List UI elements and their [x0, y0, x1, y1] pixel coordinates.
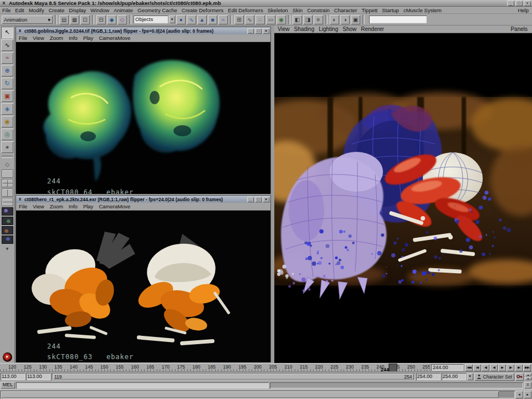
viewport-menu-lighting[interactable]: Lighting — [316, 26, 340, 32]
layout-persp-outliner-button[interactable] — [2, 207, 13, 216]
construction-history-icon[interactable]: ≡ — [314, 15, 323, 24]
menu-geometry-cache[interactable]: Geometry Cache — [135, 7, 180, 13]
animation-start-field[interactable]: 113.00 — [1, 373, 25, 380]
current-frame-marker[interactable]: 244 — [388, 364, 397, 371]
play-backward-button[interactable]: ◀ — [490, 364, 498, 371]
move-tool[interactable]: ⊕ — [1, 65, 13, 76]
flipper1-minimize-button[interactable]: _ — [247, 28, 254, 34]
perspective-viewport[interactable] — [274, 33, 532, 363]
render-settings-icon[interactable]: ▣ — [351, 15, 360, 24]
flipper1-title-bar[interactable]: X ct080.goblinsJiggle.2.0244.tif (RGB,1:… — [16, 27, 270, 34]
menu-startup[interactable]: Startup — [380, 7, 401, 13]
playback-end-field[interactable]: 254.00 — [416, 373, 441, 380]
layout-two-stacked-button[interactable] — [2, 198, 13, 206]
toolbox-more-button[interactable]: ▾ — [2, 245, 13, 253]
select-misc-mask-icon[interactable]: ○ — [218, 15, 228, 24]
maximize-button[interactable]: □ — [515, 1, 523, 6]
snap-to-point-icon[interactable]: ∴ — [255, 15, 265, 24]
layout-hypershade-button[interactable] — [2, 226, 13, 234]
menu-modify[interactable]: Modify — [27, 7, 47, 13]
scrollbar-track[interactable] — [1, 391, 515, 398]
scrollbar-thumb[interactable] — [1, 391, 499, 398]
select-by-component-type-icon[interactable]: ◇ — [117, 15, 127, 24]
flipper1-menu-play[interactable]: Play — [80, 35, 96, 41]
close-button[interactable]: × — [524, 1, 531, 6]
menu-character[interactable]: Character — [332, 7, 360, 13]
viewport-menu-renderer[interactable]: Renderer — [359, 26, 386, 32]
flipper1-menu-zoom[interactable]: Zoom — [47, 35, 66, 41]
universal-manipulator-tool[interactable]: ◈ — [1, 103, 13, 115]
time-slider[interactable]: 244 120125130135140145150155160165170175… — [0, 364, 430, 371]
snap-to-grid-icon[interactable]: ⊞ — [234, 15, 244, 24]
flipper1-image-canvas[interactable]: 244 skCT080_64 ebaker — [16, 42, 270, 194]
ipr-render-icon[interactable]: ◑ — [340, 15, 350, 24]
selection-mask-dropdown[interactable]: Objects — [134, 16, 168, 23]
new-scene-icon[interactable]: ▤ — [59, 15, 69, 24]
step-forward-frame-button[interactable]: |▶ — [507, 364, 514, 371]
open-scene-icon[interactable]: ▦ — [70, 15, 79, 24]
current-time-field[interactable]: 244.00 — [431, 364, 463, 371]
show-manipulator-tool[interactable]: ◎ — [1, 129, 13, 140]
flipper2-menu-play[interactable]: Play — [80, 203, 96, 209]
step-back-frame-button[interactable]: ◀| — [482, 364, 489, 371]
range-end-arrow-icon[interactable]: ▾ — [467, 373, 473, 380]
flipper2-menu-file[interactable]: File — [16, 203, 30, 209]
render-frame-icon[interactable]: ◐ — [330, 15, 339, 24]
soft-modification-tool[interactable]: ◉ — [1, 116, 13, 127]
select-tool[interactable]: ↖ — [1, 27, 13, 38]
flipper2-minimize-button[interactable]: _ — [247, 197, 254, 202]
script-editor-icon[interactable]: ≡ — [524, 382, 531, 388]
flipper1-window[interactable]: X ct080.goblinsJiggle.2.0244.tif (RGB,1:… — [16, 27, 271, 194]
scale-tool[interactable]: ▣ — [1, 90, 13, 102]
menu-animate[interactable]: Animate — [111, 7, 135, 13]
flipper1-menu-info[interactable]: Info — [66, 35, 80, 41]
mel-label-button[interactable]: MEL — [1, 382, 15, 388]
viewport-menu-show[interactable]: Show — [340, 26, 359, 32]
increment-button[interactable]: ▴ — [525, 373, 531, 376]
scroll-left-icon[interactable]: ◂ — [515, 391, 523, 398]
step-back-key-button[interactable]: |◀ — [473, 364, 481, 371]
flipper1-maximize-button[interactable]: □ — [255, 28, 262, 34]
last-tool[interactable]: ● — [1, 141, 13, 153]
go-to-start-button[interactable]: |◀◀ — [465, 364, 473, 371]
viewport-menu-view[interactable]: View — [275, 26, 292, 32]
step-forward-key-button[interactable]: ▶| — [515, 364, 523, 371]
input-connections-icon[interactable]: ◧ — [293, 15, 302, 24]
decrement-button[interactable]: ▾ — [525, 377, 531, 380]
menu-help[interactable]: Help — [514, 7, 532, 13]
viewport-menu-shading[interactable]: Shading — [292, 26, 317, 32]
menu-constrain[interactable]: Constrain — [305, 7, 332, 13]
status-input-field[interactable] — [369, 16, 427, 23]
flipper1-close-button[interactable]: × — [263, 28, 269, 34]
play-forward-button[interactable]: ▶ — [498, 364, 506, 371]
lasso-select-tool[interactable]: ∿ — [1, 39, 13, 51]
menu-create[interactable]: Create — [47, 7, 67, 13]
character-set-menu[interactable]: Character Set — [474, 373, 514, 381]
auto-keyframe-toggle[interactable] — [515, 373, 524, 381]
flipper1-menu-cameramove[interactable]: CameraMove — [96, 35, 133, 41]
flipper1-menu-view[interactable]: View — [30, 35, 47, 41]
select-deformations-mask-icon[interactable]: ■ — [208, 15, 217, 24]
select-by-hierarchy-icon[interactable]: ⊟ — [96, 15, 106, 24]
layout-two-side-button[interactable] — [2, 188, 13, 197]
flipper2-title-bar[interactable]: X ct080hero_r1_epk.a.2ktv.244.exr (RGB,1… — [16, 196, 270, 203]
output-connections-icon[interactable]: ◨ — [303, 15, 313, 24]
menu-set-dropdown[interactable]: Animation ▾ — [2, 16, 53, 24]
animation-end-field[interactable]: 254.00 — [442, 373, 466, 380]
select-points-mask-icon[interactable]: ● — [176, 15, 186, 24]
flipper2-menu-info[interactable]: Info — [66, 203, 80, 209]
save-scene-icon[interactable]: ⊡ — [80, 15, 90, 24]
viewport-menu-panels[interactable]: Panels — [507, 26, 531, 32]
menu-window[interactable]: Window — [88, 7, 111, 13]
select-by-object-type-icon[interactable]: ◆ — [107, 15, 116, 24]
scroll-right-icon[interactable]: ▸ — [524, 391, 531, 398]
menu-edit[interactable]: Edit — [13, 7, 26, 13]
mel-command-input[interactable] — [16, 382, 269, 388]
flipper2-maximize-button[interactable]: □ — [255, 197, 262, 202]
playback-start-field[interactable]: 113.00 — [26, 373, 50, 380]
menu-tippett[interactable]: Tippett — [360, 7, 380, 13]
snap-to-curve-icon[interactable]: ∿ — [245, 15, 254, 24]
menu-edit-deformers[interactable]: Edit Deformers — [226, 7, 265, 13]
rotate-tool[interactable]: ↻ — [1, 78, 13, 89]
selection-mask-arrow-icon[interactable]: ▾ — [169, 16, 175, 23]
